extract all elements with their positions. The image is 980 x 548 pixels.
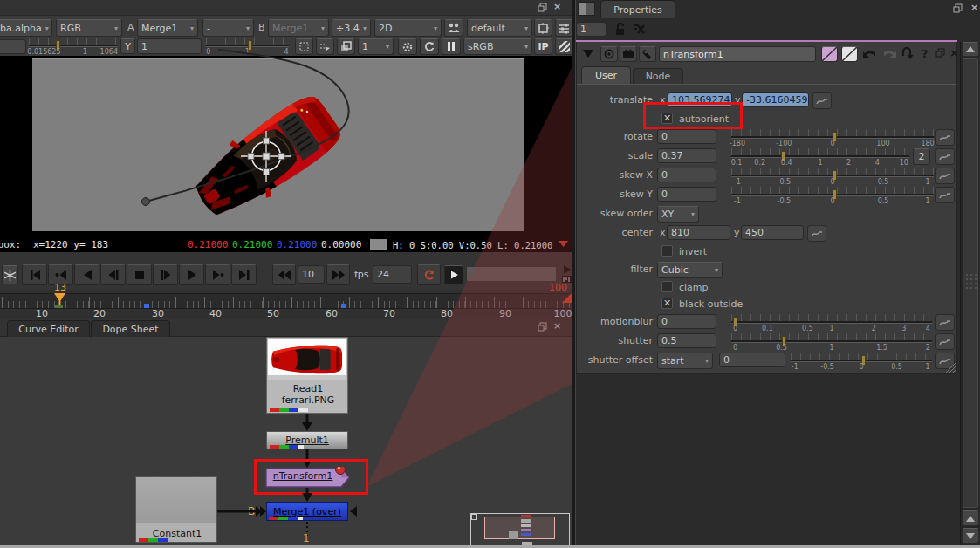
- param-skew-order: skew order XY▾: [572, 206, 960, 223]
- close-all-panels-icon[interactable]: [632, 22, 646, 38]
- shutter-offset-slider[interactable]: -1 -0.5 0 0.5 1: [791, 353, 932, 368]
- center-y-field[interactable]: 450: [741, 225, 804, 240]
- rotate-field[interactable]: 0: [657, 129, 716, 144]
- param-rotate: rotate 0 -180 -100 0 100 180: [572, 129, 960, 147]
- param-filter: filter Cubic▾: [572, 262, 960, 279]
- skew-y-anim-button[interactable]: [935, 187, 955, 203]
- goto-end-button[interactable]: [231, 264, 257, 285]
- timeline-ruler[interactable]: 13 100 10 20 30 40 50 60 70 80 90 100: [0, 290, 572, 319]
- node-name-field[interactable]: nTransform1: [659, 46, 816, 62]
- skew-order-dropdown[interactable]: XY▾: [657, 206, 699, 223]
- scroll-up2-button[interactable]: [962, 510, 979, 526]
- motionblur-slider[interactable]: 0 0.1 0.5 1 2 3 4: [731, 314, 932, 330]
- revert-icon[interactable]: [901, 47, 915, 62]
- pixel-r-value: 0.21000: [188, 239, 228, 250]
- param-skew-x: skew X 0 -1 -0.5 0 0.5 1: [572, 168, 960, 185]
- skew-x-field[interactable]: 0: [657, 168, 716, 182]
- skew-y-field[interactable]: 0: [657, 187, 716, 202]
- motionblur-anim-button[interactable]: [935, 314, 955, 331]
- scroll-up-button[interactable]: [962, 42, 979, 57]
- frame-back-button[interactable]: [272, 264, 296, 285]
- node-premult1[interactable]: Premult1: [266, 431, 348, 449]
- redo-icon[interactable]: [881, 48, 897, 62]
- node-graph[interactable]: Read1 ferrari.PNG Premult1 nTransform1 M…: [0, 337, 572, 545]
- scale-anim-button[interactable]: [935, 148, 955, 165]
- tab-dope-sheet[interactable]: Dope Sheet: [91, 320, 170, 337]
- shutter-offset-field[interactable]: 0: [719, 353, 785, 367]
- tab-node[interactable]: Node: [633, 68, 683, 85]
- monitor-icon[interactable]: [620, 46, 637, 62]
- fps-field[interactable]: 24: [373, 265, 412, 284]
- merge-mask-stub: [349, 506, 358, 517]
- play-in-window-button[interactable]: [444, 265, 463, 284]
- shutter-field[interactable]: 0.5: [657, 333, 716, 348]
- panel-count-field[interactable]: 1: [576, 22, 607, 37]
- node-read1[interactable]: Read1 ferrari.PNG: [266, 337, 348, 414]
- play-backward-button[interactable]: [74, 264, 99, 285]
- frame-forward-button[interactable]: [326, 264, 350, 285]
- hsvl-values: H: 0 S:0.00 V:0.50 L: 0.21000: [393, 240, 552, 250]
- step-back-button[interactable]: [100, 264, 126, 285]
- minimap[interactable]: [470, 513, 570, 545]
- panel-resize-grip[interactable]: [946, 363, 956, 373]
- shutter-slider[interactable]: 0 0.5 1 1.5 2: [731, 333, 932, 349]
- translate-y-field[interactable]: -33.6160459: [742, 92, 809, 107]
- properties-pane-icon: [578, 2, 595, 16]
- node-center-icon[interactable]: [600, 46, 618, 62]
- skew-x-anim-button[interactable]: [935, 168, 955, 184]
- wrench-icon[interactable]: [639, 46, 656, 62]
- scroll-down-button[interactable]: [962, 528, 979, 544]
- cursor-coords: x=1220 y= 183: [33, 239, 108, 250]
- merge1-channel-chips: [269, 517, 303, 520]
- read1-thumbnail: [268, 339, 346, 380]
- highlight-rect-autoorient: [643, 102, 743, 129]
- black-outside-checkbox[interactable]: ✕: [661, 298, 673, 309]
- node-color-swatch[interactable]: [821, 46, 838, 62]
- goto-start-button[interactable]: [22, 264, 47, 285]
- invert-checkbox[interactable]: [661, 245, 673, 257]
- next-keyframe-button[interactable]: [205, 264, 230, 285]
- skew-x-slider[interactable]: -1 -0.5 0 0.5 1: [731, 168, 934, 183]
- frame-increment-field[interactable]: 10: [298, 265, 325, 284]
- tab-properties[interactable]: Properties: [600, 0, 675, 18]
- param-autoorient: ✕ autoorient: [572, 112, 960, 129]
- panel-collapse-icon[interactable]: [582, 48, 594, 61]
- gl-color-swatch[interactable]: [841, 46, 858, 62]
- param-shutter: shutter 0.5 0 0.5 1 1.5 2: [572, 333, 960, 351]
- properties-close-icon[interactable]: ×: [970, 2, 978, 13]
- panel-float-icon[interactable]: [935, 48, 945, 60]
- param-shutter-offset: shutter offset start▾ 0 -1 -0.5 0 0.5 1: [572, 353, 960, 370]
- stop-button[interactable]: [127, 264, 152, 285]
- snowflake-icon[interactable]: [2, 265, 18, 284]
- filter-dropdown[interactable]: Cubic▾: [657, 262, 723, 278]
- tab-curve-editor[interactable]: Curve Editor: [7, 320, 90, 337]
- editor-float-icon[interactable]: [538, 322, 547, 334]
- tab-user[interactable]: User: [581, 66, 631, 85]
- rotate-anim-button[interactable]: [935, 129, 955, 146]
- properties-float-icon[interactable]: [953, 3, 963, 16]
- lock-icon[interactable]: [614, 22, 627, 38]
- status-expand-icon[interactable]: [558, 239, 569, 250]
- step-forward-button[interactable]: [153, 264, 178, 285]
- help-icon[interactable]: ?: [922, 47, 929, 60]
- skew-y-slider[interactable]: -1 -0.5 0 0.5 1: [731, 187, 934, 202]
- node-constant1[interactable]: Constant1: [135, 476, 217, 543]
- loop-mode-button[interactable]: [417, 264, 441, 285]
- center-x-field[interactable]: 810: [667, 225, 730, 240]
- scale-field[interactable]: 0.37: [657, 148, 716, 163]
- rotate-slider[interactable]: -180 -100 0 100 180: [731, 129, 934, 145]
- center-anim-button[interactable]: [807, 225, 826, 242]
- editor-close-icon[interactable]: ×: [553, 320, 561, 332]
- motionblur-field[interactable]: 0: [657, 314, 716, 329]
- clamp-checkbox[interactable]: [661, 281, 673, 292]
- undo-icon[interactable]: [862, 48, 878, 62]
- translate-anim-button[interactable]: [812, 92, 832, 109]
- scale-slider[interactable]: 0.1 0.2 0.4 1 2 4 10: [731, 148, 909, 164]
- shutter-anim-button[interactable]: [935, 333, 955, 350]
- scroll-thumb[interactable]: [963, 58, 978, 508]
- play-button[interactable]: [179, 264, 204, 285]
- shutter-offset-dropdown[interactable]: start▾: [657, 353, 713, 369]
- panel-close-icon[interactable]: ×: [949, 46, 959, 59]
- properties-scrollbar[interactable]: [960, 42, 979, 545]
- scale-dim-button[interactable]: 2: [913, 148, 930, 165]
